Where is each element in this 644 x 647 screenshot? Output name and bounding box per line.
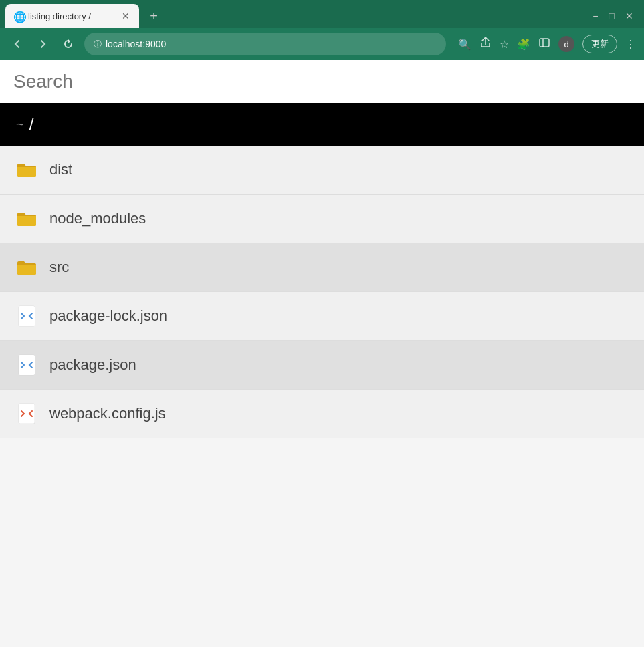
path-slash: / (29, 115, 34, 134)
reload-button[interactable] (59, 35, 78, 53)
file-name: package-lock.json (49, 307, 167, 325)
folder-icon (17, 259, 37, 276)
close-window-button[interactable]: ✕ (625, 11, 633, 21)
menu-icon[interactable]: ⋮ (625, 38, 636, 51)
svg-rect-0 (540, 39, 549, 47)
tab-favicon: 🌐 (13, 11, 24, 21)
search-bar (0, 60, 644, 103)
sidebar-icon[interactable] (538, 37, 550, 51)
path-header: ~ / (0, 103, 644, 146)
json-file-icon (17, 305, 36, 327)
bookmark-icon[interactable]: ☆ (500, 38, 509, 51)
page-content: ~ / dist node_modules src package-lock.j… (0, 60, 644, 438)
zoom-icon[interactable]: 🔍 (458, 38, 471, 51)
file-name: webpack.config.js (49, 405, 166, 422)
folder-icon (17, 161, 37, 178)
list-item[interactable]: package-lock.json (0, 292, 644, 341)
search-input[interactable] (13, 71, 631, 92)
forward-button[interactable] (33, 35, 52, 53)
browser-chrome: 🌐 listing directory / ✕ + − □ ✕ (0, 0, 644, 60)
list-item[interactable]: node_modules (0, 195, 644, 243)
file-name: src (49, 259, 69, 276)
file-list: dist node_modules src package-lock.json … (0, 146, 644, 438)
list-item[interactable]: package.json (0, 341, 644, 390)
toolbar-icons: 🔍 ☆ 🧩 d 更新 ⋮ (458, 35, 636, 53)
url-text: localhost:9000 (106, 39, 437, 49)
lock-icon: ⓘ (94, 39, 102, 50)
share-icon[interactable] (479, 37, 492, 51)
tab-bar: 🌐 listing directory / ✕ + − □ ✕ (0, 0, 644, 28)
file-name: package.json (49, 356, 136, 374)
tab-close-button[interactable]: ✕ (120, 11, 131, 21)
window-controls: − □ ✕ (593, 11, 639, 21)
svg-rect-3 (19, 306, 35, 326)
url-bar[interactable]: ⓘ localhost:9000 (84, 33, 446, 55)
update-button[interactable]: 更新 (582, 35, 617, 53)
active-tab[interactable]: 🌐 listing directory / ✕ (5, 4, 139, 28)
svg-rect-6 (19, 404, 35, 424)
path-tilde: ~ (16, 117, 24, 132)
maximize-button[interactable]: □ (609, 11, 615, 21)
new-tab-button[interactable]: + (144, 7, 163, 25)
profile-icon[interactable]: d (558, 36, 574, 52)
file-name: node_modules (49, 210, 146, 227)
list-item[interactable]: dist (0, 146, 644, 195)
json-file-icon (17, 354, 36, 376)
file-name: dist (49, 161, 72, 178)
address-bar: ⓘ localhost:9000 🔍 ☆ 🧩 d 更新 ⋮ (0, 28, 644, 60)
js-file-icon (17, 403, 36, 424)
extensions-icon[interactable]: 🧩 (517, 38, 530, 51)
list-item[interactable]: webpack.config.js (0, 390, 644, 438)
list-item[interactable]: src (0, 243, 644, 292)
minimize-button[interactable]: − (593, 11, 598, 21)
folder-icon (17, 210, 37, 227)
back-button[interactable] (8, 35, 27, 53)
svg-rect-5 (19, 355, 35, 375)
tab-title: listing directory / (28, 11, 115, 21)
